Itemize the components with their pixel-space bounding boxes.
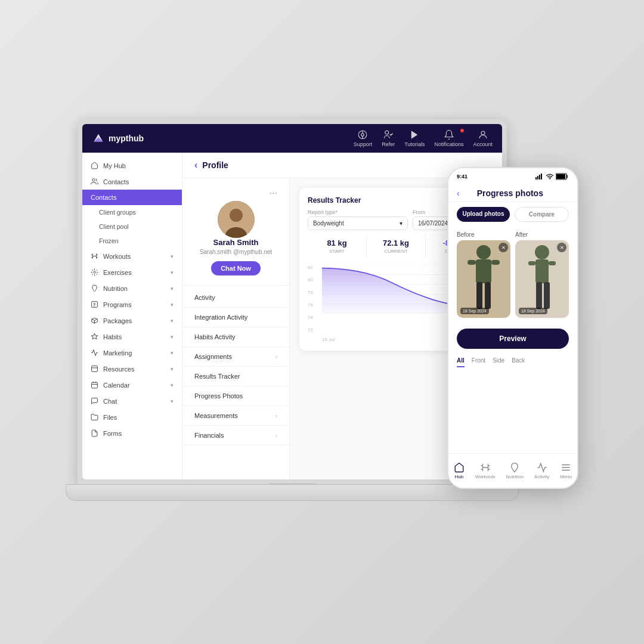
menu-item-measurements[interactable]: Measurements › <box>182 406 289 426</box>
battery-icon <box>556 173 569 180</box>
sidebar-item-workouts[interactable]: Workouts ▾ <box>82 248 182 264</box>
filter-tab-side[interactable]: Side <box>493 357 504 367</box>
sidebar-item-exercises[interactable]: Exercises ▾ <box>82 264 182 280</box>
svg-rect-34 <box>535 177 537 179</box>
chat-now-button[interactable]: Chat Now <box>211 261 261 275</box>
chart-y-labels: 82 80 78 76 74 72 <box>308 265 322 333</box>
menu-item-financials[interactable]: Financials › <box>182 426 289 445</box>
profile-name: Sarah Smith <box>213 238 259 247</box>
filter-tab-front[interactable]: Front <box>472 357 485 367</box>
bottom-nav-menu[interactable]: Menu <box>560 462 572 479</box>
after-date-badge: 18 Sep 2024 <box>519 308 547 314</box>
workouts-chevron: ▾ <box>171 253 174 259</box>
account-nav-item[interactable]: Account <box>473 129 493 147</box>
svg-point-49 <box>535 245 549 259</box>
sidebar-item-forms[interactable]: Forms <box>82 425 182 441</box>
svg-rect-47 <box>485 282 491 309</box>
sidebar-sub-item-client-pool[interactable]: Client pool <box>82 219 182 234</box>
svg-point-8 <box>481 131 485 135</box>
exercises-chevron: ▾ <box>171 270 174 275</box>
main-content: My Hub Contacts Contacts Client groups <box>82 153 502 479</box>
sidebar-item-calendar[interactable]: Calendar ▾ <box>82 377 182 393</box>
sidebar-item-chat[interactable]: Chat ▾ <box>82 393 182 409</box>
after-close-button[interactable]: ✕ <box>557 243 566 252</box>
phone-back-arrow[interactable]: ‹ <box>457 188 460 198</box>
svg-rect-16 <box>92 366 98 372</box>
before-photo: ✕ 18 Sep 2024 <box>457 240 510 318</box>
svg-rect-45 <box>491 260 500 265</box>
after-label: After <box>515 231 569 238</box>
after-photo: ✕ 18 Sep 2024 <box>515 240 569 318</box>
signal-icon <box>535 174 544 179</box>
sidebar: My Hub Contacts Contacts Client groups <box>82 153 182 479</box>
phone-top-nav: ‹ Progress photos <box>448 185 577 202</box>
notifications-nav-item[interactable]: Notifications <box>434 129 463 147</box>
svg-rect-36 <box>539 175 540 179</box>
bottom-nav-hub[interactable]: Hub <box>454 462 465 479</box>
refer-nav-item[interactable]: Refer <box>382 129 395 147</box>
sidebar-item-my-hub[interactable]: My Hub <box>82 157 182 174</box>
sidebar-item-habits[interactable]: Habits ▾ <box>82 329 182 345</box>
filter-tab-all[interactable]: All <box>457 357 465 367</box>
menu-item-habits-activity[interactable]: Habits Activity <box>182 327 289 347</box>
svg-rect-11 <box>92 302 98 308</box>
svg-point-6 <box>385 131 389 134</box>
sidebar-item-files[interactable]: Files <box>82 409 182 425</box>
filter-tab-back[interactable]: Back <box>512 357 525 367</box>
menu-item-progress-photos[interactable]: Progress Photos <box>182 386 289 406</box>
sidebar-item-resources[interactable]: Resources ▾ <box>82 361 182 377</box>
back-arrow[interactable]: ‹ <box>194 160 197 171</box>
programs-chevron: ▾ <box>171 302 174 308</box>
bottom-nav-activity[interactable]: Activity <box>534 462 549 479</box>
report-type-select[interactable]: Bodyweight ▾ <box>308 216 408 230</box>
sidebar-item-nutrition[interactable]: Nutrition ▾ <box>82 280 182 296</box>
svg-point-3 <box>361 134 364 137</box>
svg-rect-52 <box>549 261 556 265</box>
phone-status-bar: 9:41 <box>448 168 577 185</box>
svg-rect-50 <box>535 259 549 283</box>
svg-rect-46 <box>476 282 482 309</box>
phone-tabs: Upload photos Compare <box>448 202 577 227</box>
logo: mypthub <box>92 132 144 145</box>
status-right <box>535 173 569 180</box>
packages-chevron: ▾ <box>171 318 174 324</box>
menu-item-assignments[interactable]: Assignments › <box>182 347 289 367</box>
calendar-chevron: ▾ <box>171 382 174 388</box>
tab-compare[interactable]: Compare <box>515 207 569 222</box>
nutrition-chevron: ▾ <box>171 286 174 292</box>
bottom-nav-workouts[interactable]: Workouts <box>475 462 496 479</box>
tutorials-nav-item[interactable]: Tutorials <box>404 129 425 147</box>
svg-point-38 <box>549 178 550 179</box>
sidebar-item-contacts-header[interactable]: Contacts <box>82 174 182 190</box>
sidebar-item-contacts[interactable]: Contacts <box>82 190 182 205</box>
profile-email: Sarah.smith @mypthub.net <box>200 249 272 255</box>
sidebar-item-marketing[interactable]: Marketing ▾ <box>82 345 182 361</box>
phone-bottom-nav: Hub Workouts Nutrition Activity Menu <box>448 453 577 488</box>
stat-current: 72.1 kg CURRENT <box>367 235 426 258</box>
menu-item-integration-activity[interactable]: Integration Activity <box>182 308 289 327</box>
svg-rect-17 <box>92 382 98 388</box>
svg-point-9 <box>92 179 95 181</box>
svg-rect-51 <box>528 261 535 265</box>
before-close-button[interactable]: ✕ <box>499 243 508 252</box>
bottom-nav-nutrition[interactable]: Nutrition <box>506 462 524 479</box>
avatar <box>218 201 255 238</box>
profile-section: ··· <box>182 178 289 286</box>
sidebar-item-programs[interactable]: Programs ▾ <box>82 296 182 312</box>
sidebar-sub-item-client-groups[interactable]: Client groups <box>82 205 182 219</box>
sidebar-item-packages[interactable]: Packages ▾ <box>82 312 182 329</box>
menu-item-activity[interactable]: Activity <box>182 288 289 308</box>
preview-button[interactable]: Preview <box>457 329 569 349</box>
svg-rect-40 <box>556 174 565 179</box>
profile-menu-dots[interactable]: ··· <box>270 188 277 199</box>
sidebar-sub-item-frozen[interactable]: Frozen <box>82 234 182 248</box>
photos-grid: Before ✕ 18 Sep 202 <box>448 227 577 323</box>
tab-upload-photos[interactable]: Upload photos <box>457 207 510 222</box>
top-navigation: mypthub Support Refer <box>82 124 502 153</box>
measurements-chevron: › <box>275 413 277 419</box>
menu-item-results-tracker[interactable]: Results Tracker <box>182 367 289 386</box>
before-photo-container: Before ✕ 18 Sep 202 <box>457 231 510 318</box>
svg-rect-54 <box>544 282 550 309</box>
financials-chevron: › <box>275 432 277 439</box>
support-nav-item[interactable]: Support <box>354 129 373 147</box>
